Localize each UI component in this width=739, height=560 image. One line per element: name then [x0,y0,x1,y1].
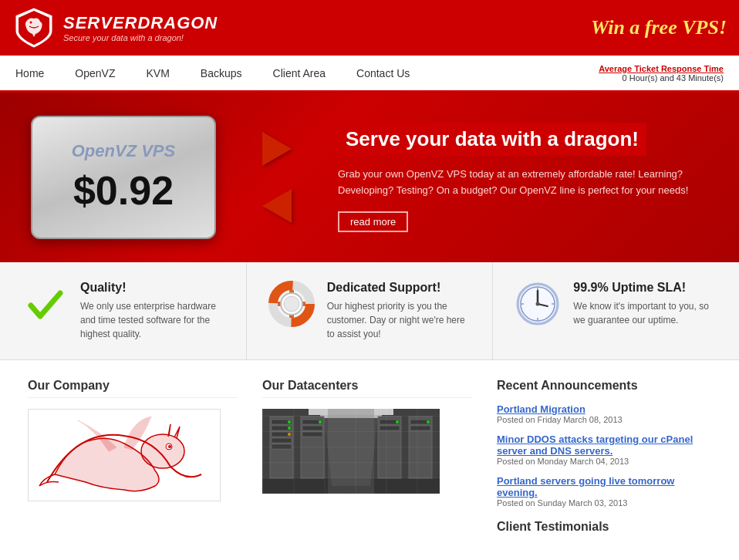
dragon-logo-svg [32,413,217,498]
hero-text: Serve your data with a dragon! Grab your… [338,123,708,232]
feature-quality-text: Quality! We only use enterprise hardware… [80,281,224,341]
feature-uptime-desc: We know it's important to you, so we gua… [573,299,717,327]
svg-rect-53 [302,432,322,437]
nav-backups[interactable]: Backups [201,67,242,79]
svg-rect-39 [320,415,382,418]
announcement-link-2[interactable]: Minor DDOS attacks targeting our cPanel … [497,433,693,457]
svg-rect-45 [272,438,292,443]
svg-rect-55 [328,409,374,494]
ticket-response-label: Average Ticket Response Time [599,64,724,73]
announcement-link-3[interactable]: Portland servers going live tomorrow eve… [497,475,674,498]
nav-openvz[interactable]: OpenVZ [75,67,115,79]
nav-home[interactable]: Home [15,67,44,79]
svg-rect-38 [309,409,393,415]
feature-quality-title: Quality! [80,281,224,295]
nav-links: Home OpenVZ KVM Backups Client Area Cont… [15,67,410,79]
ticket-response: Average Ticket Response Time 0 Hour(s) a… [599,64,724,83]
svg-point-54 [319,420,322,423]
svg-point-48 [288,427,291,430]
svg-rect-43 [272,426,292,430]
main-navbar: Home OpenVZ KVM Backups Client Area Cont… [0,56,739,93]
bottom-section: Our Company [0,360,739,560]
price-box: OpenVZ VPS $0.92 [31,116,216,239]
quality-icon [22,281,68,327]
feature-quality: Quality! We only use enterprise hardware… [0,262,247,359]
features-section: Quality! We only use enterprise hardware… [0,262,739,360]
datacenter-image [262,409,440,494]
svg-rect-61 [410,420,430,424]
feature-uptime: 99.9% Uptime SLA! We know it's important… [493,262,739,359]
svg-point-59 [396,420,399,423]
ticket-response-value: 0 Hour(s) and 43 Minute(s) [599,73,724,83]
svg-point-49 [288,433,291,436]
feature-support-title: Dedicated Support! [327,281,471,295]
announcements-heading: Recent Announcements [497,379,711,393]
feature-uptime-title: 99.9% Uptime SLA! [573,281,717,295]
site-header: ServerDragon Secure your data with a dra… [0,0,739,56]
announcement-date-3: Posted on Sunday March 03, 2013 [497,498,711,508]
nav-client-area[interactable]: Client Area [273,67,326,79]
svg-rect-62 [410,426,430,430]
datacenter-section: Our Datacenters [250,379,484,545]
announcement-link-1[interactable]: Portland Migration [497,403,585,415]
arrow-left-icon[interactable] [262,189,292,223]
support-icon [268,281,315,327]
svg-rect-42 [272,420,292,424]
svg-rect-57 [380,420,400,424]
svg-rect-41 [270,417,293,478]
svg-rect-40 [262,478,440,494]
svg-point-63 [427,420,430,423]
feature-quality-desc: We only use enterprise hardware and time… [80,299,224,341]
feature-support-desc: Our highest priority is you the customer… [327,299,471,341]
announcement-item-2: Minor DDOS attacks targeting our cPanel … [497,433,711,466]
company-heading: Our Company [28,379,238,398]
logo-shield-icon [12,6,56,49]
win-vps-text[interactable]: Win a free VPS! [591,16,727,39]
logo-area: ServerDragon Secure your data with a dra… [12,6,218,49]
slider-arrows [262,132,292,223]
datacenter-heading: Our Datacenters [262,379,472,398]
announcement-item-1: Portland Migration Posted on Friday Marc… [497,403,711,424]
feature-uptime-text: 99.9% Uptime SLA! We know it's important… [573,281,717,327]
svg-rect-50 [301,417,324,478]
product-name: OpenVZ VPS [72,141,175,161]
uptime-icon [515,281,561,327]
svg-rect-60 [409,417,432,478]
arrow-right-icon[interactable] [262,132,292,166]
announcement-date-2: Posted on Monday March 04, 2013 [497,457,711,466]
read-more-button[interactable]: read more [338,211,408,232]
hero-price: $0.92 [73,167,174,214]
svg-point-0 [30,22,32,24]
company-image [28,409,221,501]
testimonials-heading: Client Testimonials [497,520,711,534]
announcement-item-3: Portland servers going live tomorrow eve… [497,475,711,508]
svg-marker-64 [324,415,378,486]
feature-support-text: Dedicated Support! Our highest priority … [327,281,471,341]
announcements-section: Recent Announcements Portland Migration … [484,379,724,545]
datacenter-svg [262,409,440,494]
company-section: Our Company [15,379,250,545]
hero-section: OpenVZ VPS $0.92 Serve your data with a … [0,93,739,262]
svg-point-22 [284,296,299,312]
announcement-date-1: Posted on Friday March 08, 2013 [497,415,711,424]
hero-description: Grab your own OpenVZ VPS today at an ext… [338,167,708,199]
svg-rect-44 [272,432,292,437]
feature-support: Dedicated Support! Our highest priority … [247,262,494,359]
svg-point-47 [288,420,291,423]
svg-rect-52 [302,426,322,430]
company-name: ServerDragon [63,13,218,33]
svg-rect-37 [262,409,440,494]
nav-kvm[interactable]: KVM [147,67,170,79]
company-tagline: Secure your data with a dragon! [63,33,218,42]
hero-headline: Serve your data with a dragon! [338,123,646,156]
svg-point-27 [536,302,540,306]
svg-rect-51 [302,420,322,424]
svg-rect-46 [272,444,292,449]
svg-rect-58 [380,426,400,430]
nav-contact-us[interactable]: Contact Us [356,67,410,79]
logo-text: ServerDragon Secure your data with a dra… [63,13,218,42]
svg-rect-56 [378,417,401,478]
svg-point-36 [168,445,171,448]
